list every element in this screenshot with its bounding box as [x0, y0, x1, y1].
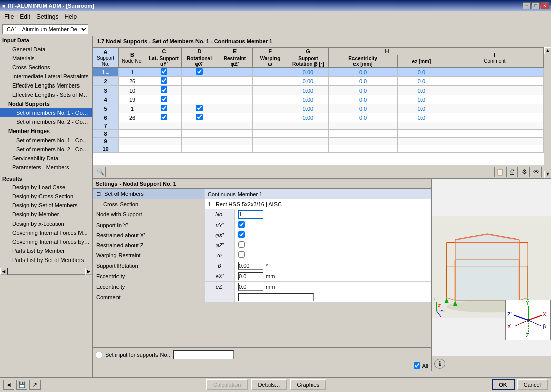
checkbox-lat[interactable] — [161, 77, 167, 84]
table-row[interactable]: 2260.000.00.0 — [93, 77, 544, 86]
cell-check-warp[interactable] — [253, 113, 288, 122]
cell-check-rest_z[interactable] — [217, 104, 253, 113]
cell-check-warp[interactable] — [253, 86, 288, 95]
minimize-button[interactable]: − — [523, 2, 531, 9]
module-dropdown[interactable]: CA1 - Aluminum Member Design — [2, 24, 88, 34]
cell-check-rest_z[interactable] — [217, 138, 253, 145]
table-row[interactable]: 10 — [93, 145, 544, 153]
tree-set-members-1[interactable]: Set of members No. 1 - Con... — [0, 108, 92, 117]
cell-check-rot_x[interactable] — [182, 104, 217, 113]
edit-icon[interactable]: ... — [106, 70, 110, 75]
support-rotation-input[interactable] — [238, 262, 263, 270]
view-btn[interactable]: 👁 — [531, 167, 542, 177]
cell-check-rest_z[interactable] — [217, 145, 253, 153]
node-value-cell[interactable] — [235, 209, 431, 220]
cell-check-warp[interactable] — [253, 95, 288, 104]
checkbox-rot_x[interactable] — [196, 105, 203, 111]
tree-parameters[interactable]: Parameters - Members — [0, 163, 92, 172]
checkbox-lat[interactable] — [161, 114, 167, 120]
scroll-down-btn[interactable]: ▼ — [544, 171, 551, 178]
details-button[interactable]: Details... — [251, 379, 287, 390]
menu-edit[interactable]: Edit — [17, 12, 33, 21]
cell-check-lat[interactable] — [146, 130, 182, 138]
graphics-button[interactable]: Graphics — [290, 379, 326, 390]
tree-design-x-location[interactable]: Design by x-Location — [0, 219, 92, 228]
all-checkbox[interactable] — [414, 362, 420, 369]
warping-checkbox[interactable] — [238, 251, 245, 258]
export-btn[interactable]: 📋 — [494, 167, 505, 177]
tree-eff-lengths-sets[interactable]: Effective Lengths - Sets of Me... — [0, 90, 92, 99]
cell-check-rest_z[interactable] — [217, 95, 253, 104]
cell-check-rot_x[interactable] — [182, 86, 217, 95]
search-icon-btn[interactable]: 🔍 — [95, 167, 106, 177]
menu-settings[interactable]: Settings — [33, 12, 61, 21]
cell-check-rot_x[interactable] — [182, 138, 217, 145]
cell-check-rot_x[interactable] — [182, 130, 217, 138]
info-icon-btn[interactable]: ℹ — [434, 359, 445, 369]
export-btn-bottom[interactable]: ↗ — [29, 380, 41, 390]
cell-check-lat[interactable] — [146, 95, 182, 104]
tree-hinges-set-1[interactable]: Set of members No. 1 - Con... — [0, 136, 92, 145]
table-row[interactable]: 9 — [93, 138, 544, 145]
cell-check-lat[interactable] — [146, 138, 182, 145]
cell-check-warp[interactable] — [253, 68, 288, 77]
checkbox-lat[interactable] — [161, 68, 167, 75]
cell-check-lat[interactable] — [146, 122, 182, 130]
table-row[interactable]: 7 — [93, 122, 544, 130]
cell-check-lat[interactable] — [146, 86, 182, 95]
cell-check-lat[interactable] — [146, 68, 182, 77]
checkbox-rot_x[interactable] — [196, 68, 203, 75]
cell-check-rot_x[interactable] — [182, 77, 217, 86]
cell-check-rest_z[interactable] — [217, 130, 253, 138]
eccentricity-z-input[interactable] — [238, 283, 263, 291]
tree-design-member[interactable]: Design by Member — [0, 210, 92, 219]
tree-parts-list-set[interactable]: Parts List by Set of Members — [0, 255, 92, 265]
menu-help[interactable]: Help — [61, 12, 80, 21]
table-row[interactable]: 3100.000.00.0 — [93, 86, 544, 95]
maximize-button[interactable]: □ — [532, 2, 540, 9]
node-support-input[interactable] — [238, 210, 263, 219]
scroll-left-btn[interactable]: ◄ — [0, 268, 7, 275]
restrained-x-checkbox[interactable] — [238, 231, 245, 238]
restrained-z-checkbox[interactable] — [238, 241, 245, 248]
cell-check-lat[interactable] — [146, 104, 182, 113]
tree-hinges-set-2[interactable]: Set of members No. 2 - Con... — [0, 145, 92, 154]
table-row[interactable]: 6260.000.00.0 — [93, 113, 544, 122]
support-y-checkbox[interactable] — [238, 221, 245, 228]
cell-check-rot_x[interactable] — [182, 145, 217, 153]
tree-design-load-case[interactable]: Design by Load Case — [0, 183, 92, 192]
settings-icon-btn[interactable]: ⚙ — [519, 167, 530, 177]
ok-button[interactable]: OK — [492, 379, 515, 390]
cell-check-rest_z[interactable] — [217, 113, 253, 122]
cell-check-rot_x[interactable] — [182, 68, 217, 77]
set-input-field[interactable] — [173, 350, 234, 359]
close-button[interactable]: × — [541, 2, 549, 9]
nav-back-btn[interactable]: ◄ — [3, 380, 14, 390]
main-table-scroll[interactable]: ASupport No. BNode No. C D E F G H IComm… — [93, 47, 551, 178]
save-btn[interactable]: 💾 — [16, 380, 27, 390]
table-row[interactable]: 4190.000.00.0 — [93, 95, 544, 104]
cell-check-warp[interactable] — [253, 104, 288, 113]
cell-check-lat[interactable] — [146, 113, 182, 122]
menu-file[interactable]: File — [1, 12, 17, 21]
tree-eff-lengths-members[interactable]: Effective Lengths Members — [0, 81, 92, 90]
checkbox-lat[interactable] — [161, 105, 167, 111]
tree-serviceability[interactable]: Serviceability Data — [0, 154, 92, 163]
tree-cross-sections[interactable]: Cross-Sections — [0, 63, 92, 72]
scroll-right-btn[interactable]: ► — [85, 268, 92, 275]
cell-check-rot_x[interactable] — [182, 113, 217, 122]
checkbox-lat[interactable] — [161, 96, 167, 102]
cell-check-rest_z[interactable] — [217, 77, 253, 86]
checkbox-rot_x[interactable] — [196, 114, 203, 120]
cell-check-rot_x[interactable] — [182, 122, 217, 130]
tree-nodal-supports[interactable]: Nodal Supports — [0, 99, 92, 108]
table-row[interactable]: 8 — [93, 130, 544, 138]
cell-check-rest_z[interactable] — [217, 122, 253, 130]
cell-check-warp[interactable] — [253, 138, 288, 145]
tree-design-cross-section[interactable]: Design by Cross-Section — [0, 192, 92, 201]
table-scrollbar[interactable]: ▲ ▼ — [544, 47, 551, 178]
expand-icon[interactable]: ⊟ — [96, 191, 101, 197]
comment-input[interactable] — [238, 293, 314, 301]
tree-governing-forces-m[interactable]: Governing Internal Forces M... — [0, 228, 92, 237]
tree-member-hinges[interactable]: Member Hinges — [0, 126, 92, 136]
